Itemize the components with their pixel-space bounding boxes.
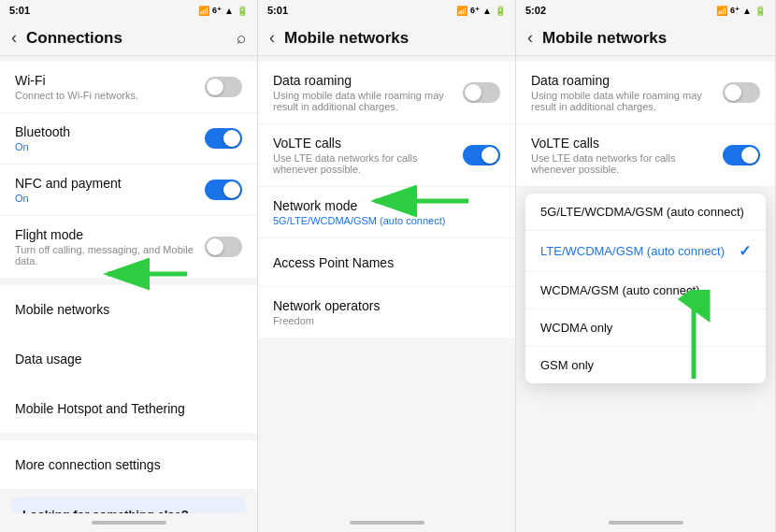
home-indicator-2 xyxy=(350,521,424,525)
time-3: 5:02 xyxy=(525,5,546,16)
dropdown-opt2-label: LTE/WCDMA/GSM (auto connect) xyxy=(540,244,725,258)
home-indicator-3 xyxy=(609,521,683,525)
header-network-mode: ‹ Mobile networks xyxy=(516,21,775,56)
header-connections: ‹ Connections ⌕ xyxy=(0,21,257,56)
flight-title: Flight mode xyxy=(15,227,205,242)
bluetooth-toggle[interactable] xyxy=(205,128,242,149)
operators-subtitle: Freedom xyxy=(273,315,500,326)
top-settings-group: Wi-Fi Connect to Wi-Fi networks. Bluetoo… xyxy=(0,62,257,278)
bluetooth-item[interactable]: Bluetooth On xyxy=(0,113,257,165)
data-roaming-subtitle-3: Using mobile data while roaming may resu… xyxy=(531,90,723,112)
volte-toggle-3[interactable] xyxy=(723,145,760,165)
data-roaming-item[interactable]: Data roaming Using mobile data while roa… xyxy=(258,62,515,124)
wifi-title: Wi-Fi xyxy=(15,73,205,88)
data-roaming-toggle[interactable] xyxy=(463,82,500,103)
back-button-1[interactable]: ‹ xyxy=(11,28,17,48)
check-icon: ✓ xyxy=(739,242,751,260)
more-settings-title: More connection settings xyxy=(15,457,242,472)
volte-subtitle: Use LTE data networks for calls whenever… xyxy=(273,152,463,175)
search-icon[interactable]: ⌕ xyxy=(237,29,246,48)
status-icons-1: 📶 6⁺ ▲ 🔋 xyxy=(198,6,248,16)
data-roaming-title: Data roaming xyxy=(273,73,463,88)
data-usage-title: Data usage xyxy=(15,352,242,367)
green-arrow-3 xyxy=(656,290,731,383)
wifi-icon-2: ▲ xyxy=(482,6,492,16)
data-roaming-item-3[interactable]: Data roaming Using mobile data while roa… xyxy=(516,62,775,124)
signal-icon-3: 📶 xyxy=(716,6,727,16)
volte-subtitle-3: Use LTE data networks for calls whenever… xyxy=(531,152,723,175)
mobile-networks-group: Mobile networks Data usage Mobile Hotspo… xyxy=(0,285,257,433)
4g-icon: 6⁺ xyxy=(212,6,222,15)
dropdown-opt1[interactable]: 5G/LTE/WCDMA/GSM (auto connect) xyxy=(525,194,766,231)
wifi-icon-3: ▲ xyxy=(742,6,752,16)
status-bar-3: 5:02 📶 6⁺ ▲ 🔋 xyxy=(516,0,775,21)
volte-title: VoLTE calls xyxy=(273,136,463,151)
time-1: 5:01 xyxy=(9,5,30,16)
panel-network-mode: 5:02 📶 6⁺ ▲ 🔋 ‹ Mobile networks Data roa… xyxy=(516,0,776,532)
flight-toggle[interactable] xyxy=(205,237,242,257)
volte-title-3: VoLTE calls xyxy=(531,136,723,151)
green-arrow-2 xyxy=(361,182,473,220)
bottom-bar-2 xyxy=(258,513,515,532)
data-roaming-toggle-3[interactable] xyxy=(723,82,760,103)
page-title-2: Mobile networks xyxy=(284,29,504,48)
back-button-2[interactable]: ‹ xyxy=(269,28,275,48)
bluetooth-title: Bluetooth xyxy=(15,124,205,139)
suggestion-box: Looking for something else? Samsung Clou… xyxy=(11,496,246,513)
data-usage-item[interactable]: Data usage xyxy=(0,335,257,383)
settings-list-3: Data roaming Using mobile data while roa… xyxy=(516,56,775,513)
signal-icon-2: 📶 xyxy=(456,6,467,16)
nfc-title: NFC and payment xyxy=(15,176,205,191)
settings-list-2: Data roaming Using mobile data while roa… xyxy=(258,56,515,513)
dropdown-opt2[interactable]: LTE/WCDMA/GSM (auto connect) ✓ xyxy=(525,231,766,272)
operators-title: Network operators xyxy=(273,298,500,313)
panel-connections: 5:01 📶 6⁺ ▲ 🔋 ‹ Connections ⌕ Wi-Fi Conn… xyxy=(0,0,258,532)
bottom-bar-3 xyxy=(516,513,775,532)
volte-toggle[interactable] xyxy=(463,145,500,165)
bluetooth-subtitle: On xyxy=(15,141,205,152)
data-roaming-subtitle: Using mobile data while roaming may resu… xyxy=(273,90,463,112)
page-title-3: Mobile networks xyxy=(542,29,764,48)
more-settings-group: More connection settings xyxy=(0,440,257,489)
status-icons-2: 📶 6⁺ ▲ 🔋 xyxy=(456,6,506,16)
wifi-icon-status: ▲ xyxy=(224,6,234,16)
data-roaming-title-3: Data roaming xyxy=(531,73,723,88)
signal-icon: 📶 xyxy=(198,6,209,16)
nfc-subtitle: On xyxy=(15,193,205,204)
wifi-item[interactable]: Wi-Fi Connect to Wi-Fi networks. xyxy=(0,62,257,113)
4g-icon-3: 6⁺ xyxy=(730,6,740,15)
wifi-toggle[interactable] xyxy=(205,77,242,97)
bottom-bar-1 xyxy=(0,513,257,532)
time-2: 5:01 xyxy=(267,5,288,16)
dropdown-opt5-label: GSM only xyxy=(540,358,594,372)
volte-item-3[interactable]: VoLTE calls Use LTE data networks for ca… xyxy=(516,124,775,186)
green-arrow-1 xyxy=(93,251,196,297)
header-mobile-networks: ‹ Mobile networks xyxy=(258,21,515,56)
back-button-3[interactable]: ‹ xyxy=(527,28,533,48)
4g-icon-2: 6⁺ xyxy=(470,6,480,15)
more-settings-item[interactable]: More connection settings xyxy=(0,440,257,489)
nfc-item[interactable]: NFC and payment On xyxy=(0,165,257,216)
apn-item[interactable]: Access Point Names xyxy=(258,238,515,287)
top-items-group: Data roaming Using mobile data while roa… xyxy=(516,62,775,186)
battery-icon-2: 🔋 xyxy=(495,6,506,16)
nfc-toggle[interactable] xyxy=(205,180,242,200)
wifi-subtitle: Connect to Wi-Fi networks. xyxy=(15,90,205,101)
mobile-networks-title: Mobile networks xyxy=(15,302,242,317)
hotspot-title: Mobile Hotspot and Tethering xyxy=(15,401,242,416)
status-bar-2: 5:01 📶 6⁺ ▲ 🔋 xyxy=(258,0,515,21)
dropdown-opt4-label: WCDMA only xyxy=(540,321,612,335)
volte-item[interactable]: VoLTE calls Use LTE data networks for ca… xyxy=(258,124,515,187)
battery-icon-3: 🔋 xyxy=(754,6,766,16)
page-title-1: Connections xyxy=(26,29,237,48)
home-indicator-1 xyxy=(92,521,166,525)
status-bar-1: 5:01 📶 6⁺ ▲ 🔋 xyxy=(0,0,257,21)
operators-item[interactable]: Network operators Freedom xyxy=(258,287,515,338)
battery-icon: 🔋 xyxy=(237,6,248,16)
dropdown-opt1-label: 5G/LTE/WCDMA/GSM (auto connect) xyxy=(540,205,744,219)
apn-title: Access Point Names xyxy=(273,255,500,270)
status-icons-3: 📶 6⁺ ▲ 🔋 xyxy=(716,6,766,16)
hotspot-item[interactable]: Mobile Hotspot and Tethering xyxy=(0,384,257,433)
panel-mobile-networks: 5:01 📶 6⁺ ▲ 🔋 ‹ Mobile networks Data roa… xyxy=(258,0,516,532)
